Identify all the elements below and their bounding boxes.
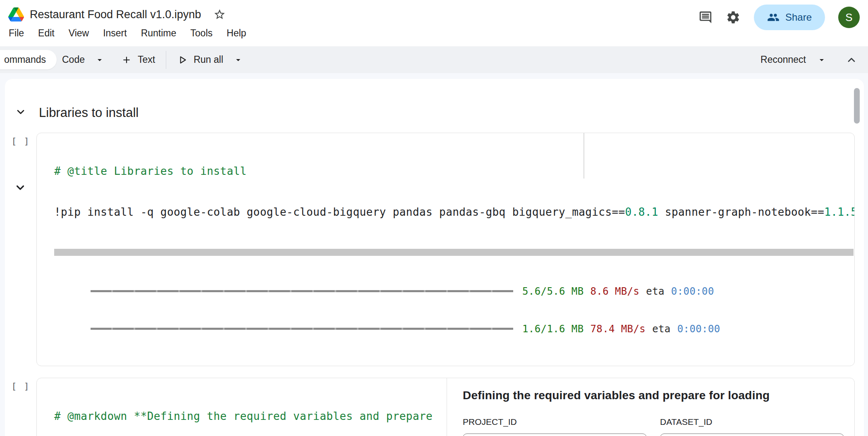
code-text: !pip install -q google-colab google-clou… bbox=[54, 206, 625, 218]
share-button-label: Share bbox=[785, 12, 812, 23]
add-text-label: Text bbox=[138, 54, 155, 65]
section-title: Libraries to install bbox=[39, 105, 139, 120]
reconnect-button[interactable]: Reconnect bbox=[760, 54, 806, 65]
code-editor[interactable]: # @title Libraries to install !pip insta… bbox=[37, 133, 854, 249]
dataset-id-label: DATASET_ID bbox=[660, 417, 844, 427]
progress-bar bbox=[91, 290, 513, 292]
eta-label: eta bbox=[652, 323, 671, 335]
cell-output: 5.6/5.6 MB 8.6 MB/s eta 0:00:00 1.6/1.6 … bbox=[37, 256, 854, 366]
toolbar-divider bbox=[166, 51, 166, 69]
gear-icon[interactable] bbox=[726, 10, 741, 25]
avatar[interactable]: S bbox=[838, 7, 860, 28]
notebook-title[interactable]: Restaurant Food Recall v1.0.ipynb bbox=[30, 8, 201, 21]
avatar-initial: S bbox=[845, 11, 852, 24]
dataset-id-field: DATASET_ID bbox=[660, 417, 844, 436]
chevron-up-icon[interactable] bbox=[846, 54, 857, 66]
code-editor[interactable]: # @markdown **Defining the required vari… bbox=[37, 378, 447, 436]
notebook-content: Libraries to install [ ] # @title Librar… bbox=[0, 73, 868, 436]
notebook-panel: Libraries to install [ ] # @title Librar… bbox=[5, 79, 864, 436]
star-outline-icon[interactable] bbox=[213, 8, 226, 21]
code-cell-variables-form: [ ] # @markdown **Defining the required … bbox=[5, 378, 855, 436]
project-id-label: PROJECT_ID bbox=[463, 417, 647, 427]
commands-label: ommands bbox=[4, 54, 46, 65]
menu-insert[interactable]: Insert bbox=[103, 28, 127, 39]
run-cell-button[interactable]: [ ] bbox=[11, 136, 30, 146]
plus-icon bbox=[121, 55, 132, 65]
params-form: Defining the required variables and prep… bbox=[447, 378, 854, 436]
run-cell-button[interactable]: [ ] bbox=[11, 381, 30, 391]
notebook-toolbar: ommands Code Text Run all Reconnect bbox=[0, 46, 868, 73]
dataset-id-input[interactable] bbox=[660, 434, 844, 436]
output-collapse-icon[interactable] bbox=[14, 181, 26, 195]
download-size: 5.6/5.6 MB bbox=[522, 286, 584, 297]
add-code-dropdown-icon[interactable] bbox=[95, 55, 105, 65]
progress-bar bbox=[91, 328, 513, 330]
code-version: 1.1.5 bbox=[824, 206, 854, 218]
play-icon bbox=[177, 55, 188, 65]
run-all-dropdown-icon[interactable] bbox=[233, 55, 243, 65]
commands-button[interactable]: ommands bbox=[0, 50, 57, 69]
download-speed: 8.6 MB/s bbox=[591, 286, 640, 297]
menu-runtime[interactable]: Runtime bbox=[141, 28, 177, 39]
menu-edit[interactable]: Edit bbox=[38, 28, 55, 39]
code-version: 0.8.1 bbox=[625, 206, 658, 218]
menu-tools[interactable]: Tools bbox=[190, 28, 213, 39]
project-id-input[interactable] bbox=[463, 434, 647, 436]
cell-body[interactable]: # @markdown **Defining the required vari… bbox=[36, 378, 855, 436]
horizontal-scrollbar[interactable] bbox=[54, 249, 854, 256]
eta-value: 0:00:00 bbox=[677, 323, 720, 335]
code-comment: # @title Libraries to install bbox=[54, 165, 247, 177]
reconnect-dropdown-icon[interactable] bbox=[817, 55, 827, 65]
run-all-button[interactable]: Run all bbox=[177, 54, 223, 65]
add-text-button[interactable]: Text bbox=[121, 54, 155, 65]
code-comment: # @markdown **Defining the required vari… bbox=[54, 410, 433, 422]
section-collapse-icon[interactable] bbox=[15, 106, 26, 119]
vertical-scrollbar[interactable] bbox=[854, 88, 860, 124]
app-header: Restaurant Food Recall v1.0.ipynb bbox=[0, 0, 868, 46]
code-cell-pip-install: [ ] # @title Libraries to install !pip i… bbox=[5, 133, 855, 366]
share-button[interactable]: Share bbox=[754, 5, 825, 30]
cell-body[interactable]: # @title Libraries to install !pip insta… bbox=[36, 133, 855, 366]
menu-file[interactable]: File bbox=[9, 28, 24, 39]
menu-view[interactable]: View bbox=[69, 28, 89, 39]
download-progress-row: 1.6/1.6 MB 78.4 MB/s eta 0:00:00 bbox=[54, 322, 854, 336]
download-speed: 78.4 MB/s bbox=[591, 323, 646, 335]
people-icon bbox=[767, 11, 780, 24]
drive-logo-icon bbox=[8, 7, 24, 21]
run-all-label: Run all bbox=[194, 54, 223, 65]
project-id-field: PROJECT_ID bbox=[463, 417, 647, 436]
form-title: Defining the required variables and prep… bbox=[463, 389, 844, 402]
comments-icon[interactable] bbox=[698, 10, 713, 24]
menu-help[interactable]: Help bbox=[227, 28, 246, 39]
download-size: 1.6/1.6 MB bbox=[522, 323, 584, 335]
eta-value: 0:00:00 bbox=[671, 286, 714, 297]
eta-label: eta bbox=[646, 286, 665, 297]
download-progress-row: 5.6/5.6 MB 8.6 MB/s eta 0:00:00 bbox=[54, 284, 854, 298]
add-code-label: Code bbox=[62, 54, 85, 65]
code-text: spanner-graph-notebook== bbox=[658, 206, 824, 218]
